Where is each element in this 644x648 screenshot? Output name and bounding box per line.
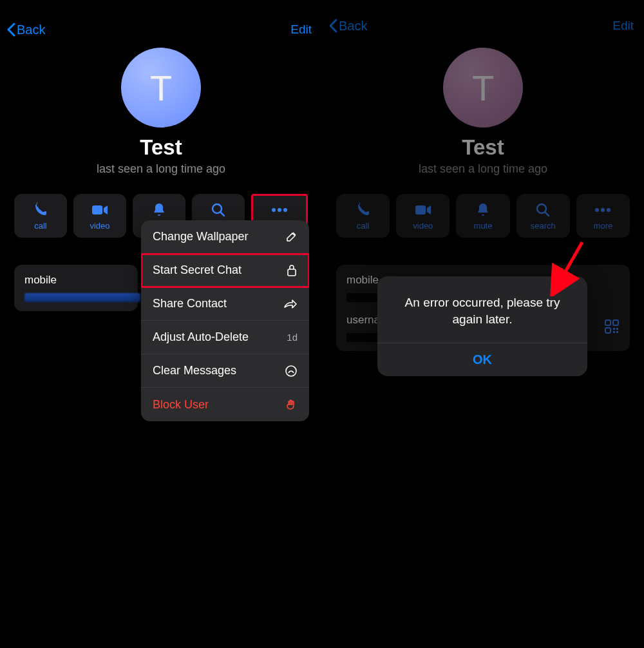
call-button[interactable]: call bbox=[14, 194, 67, 238]
phone-icon bbox=[355, 202, 371, 218]
svg-rect-17 bbox=[613, 328, 615, 330]
search-button[interactable]: search bbox=[516, 194, 570, 238]
search-label: search bbox=[531, 221, 556, 231]
paint-icon bbox=[285, 231, 298, 243]
edit-button[interactable]: Edit bbox=[290, 23, 312, 37]
svg-rect-8 bbox=[415, 205, 426, 214]
share-icon bbox=[283, 298, 298, 310]
auto-delete-value: 1d bbox=[287, 332, 298, 343]
screenshot-left: Back Edit T Test last seen a long time a… bbox=[0, 0, 322, 648]
svg-line-10 bbox=[545, 212, 549, 216]
back-label: Back bbox=[17, 23, 45, 37]
call-label: call bbox=[357, 221, 370, 231]
svg-point-3 bbox=[272, 208, 276, 212]
redacted-phone bbox=[24, 293, 140, 302]
avatar[interactable]: T bbox=[121, 48, 201, 128]
menu-start-secret-chat[interactable]: Start Secret Chat bbox=[141, 254, 309, 287]
video-label: video bbox=[90, 221, 109, 231]
svg-rect-20 bbox=[616, 331, 618, 333]
svg-rect-0 bbox=[92, 205, 102, 214]
avatar-initial: T bbox=[150, 67, 172, 109]
mute-button[interactable]: mute bbox=[456, 194, 509, 238]
svg-rect-19 bbox=[613, 331, 615, 333]
svg-rect-14 bbox=[605, 320, 611, 325]
contact-name: Test bbox=[0, 135, 322, 160]
alert-message: An error occurred, please try again late… bbox=[377, 276, 587, 343]
bell-icon bbox=[476, 202, 490, 218]
more-button[interactable]: more bbox=[576, 194, 630, 238]
video-icon bbox=[415, 202, 431, 218]
svg-point-12 bbox=[601, 208, 605, 212]
svg-line-2 bbox=[220, 212, 224, 216]
action-row: call video mute search more bbox=[322, 194, 644, 238]
menu-change-wallpaper-label: Change Wallpaper bbox=[153, 230, 248, 243]
menu-adjust-auto-delete[interactable]: Adjust Auto-Delete 1d bbox=[141, 321, 309, 354]
svg-point-11 bbox=[595, 208, 599, 212]
menu-clear-messages[interactable]: Clear Messages bbox=[141, 354, 309, 388]
menu-block-user[interactable]: Block User bbox=[141, 388, 309, 421]
error-alert: An error occurred, please try again late… bbox=[377, 276, 587, 376]
svg-rect-18 bbox=[616, 328, 618, 330]
svg-point-13 bbox=[607, 208, 611, 212]
video-button[interactable]: video bbox=[73, 194, 126, 238]
menu-clear-messages-label: Clear Messages bbox=[153, 364, 236, 377]
menu-share-contact[interactable]: Share Contact bbox=[141, 287, 309, 321]
call-button[interactable]: call bbox=[336, 194, 390, 238]
contact-status: last seen a long time ago bbox=[0, 162, 322, 176]
back-label: Back bbox=[339, 19, 367, 33]
contact-name: Test bbox=[322, 135, 644, 160]
edit-button[interactable]: Edit bbox=[612, 19, 634, 33]
menu-block-user-label: Block User bbox=[153, 398, 209, 412]
more-menu: Change Wallpaper Start Secret Chat Share… bbox=[141, 220, 309, 421]
svg-point-4 bbox=[278, 208, 281, 212]
menu-adjust-auto-delete-label: Adjust Auto-Delete bbox=[153, 330, 249, 344]
mute-label: mute bbox=[474, 221, 493, 231]
menu-share-contact-label: Share Contact bbox=[153, 297, 227, 310]
lock-icon bbox=[286, 264, 298, 277]
avatar-initial: T bbox=[472, 67, 494, 109]
mobile-label: mobile bbox=[24, 274, 128, 287]
navbar: Back Edit bbox=[322, 0, 644, 41]
search-icon bbox=[535, 202, 551, 218]
more-label: more bbox=[594, 221, 613, 231]
menu-start-secret-chat-label: Start Secret Chat bbox=[153, 263, 242, 277]
back-button[interactable]: Back bbox=[328, 19, 367, 33]
svg-point-5 bbox=[283, 208, 287, 212]
call-label: call bbox=[34, 221, 47, 231]
video-button[interactable]: video bbox=[396, 194, 450, 238]
back-button[interactable]: Back bbox=[6, 23, 45, 37]
brush-icon bbox=[285, 365, 298, 377]
info-block-mobile[interactable]: mobile bbox=[14, 265, 138, 311]
qr-icon[interactable] bbox=[604, 319, 620, 337]
bell-icon bbox=[152, 202, 166, 218]
svg-rect-15 bbox=[613, 320, 618, 325]
avatar[interactable]: T bbox=[443, 48, 523, 128]
svg-rect-16 bbox=[605, 328, 611, 333]
video-label: video bbox=[413, 221, 433, 231]
hand-icon bbox=[286, 398, 298, 411]
chevron-left-icon bbox=[328, 19, 337, 33]
ellipsis-icon bbox=[594, 202, 611, 218]
chevron-left-icon bbox=[6, 23, 15, 37]
phone-icon bbox=[33, 202, 48, 218]
search-icon bbox=[211, 202, 226, 218]
video-icon bbox=[91, 202, 108, 218]
contact-status: last seen a long time ago bbox=[322, 162, 644, 176]
navbar: Back Edit bbox=[0, 0, 322, 41]
menu-change-wallpaper[interactable]: Change Wallpaper bbox=[141, 220, 309, 254]
svg-rect-6 bbox=[288, 269, 296, 276]
alert-ok-button[interactable]: OK bbox=[377, 343, 587, 376]
ellipsis-icon bbox=[271, 202, 288, 218]
